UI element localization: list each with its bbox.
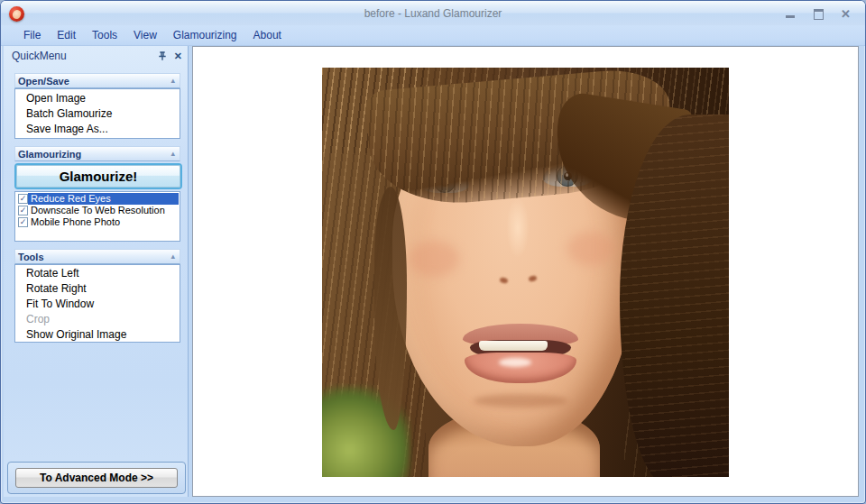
advanced-mode-panel: To Advanced Mode >> [7, 462, 186, 494]
glamourize-button[interactable]: Glamourize! [16, 165, 180, 188]
title-bar: before - Luxand Glamourizer ✕ [1, 1, 865, 25]
quickmenu-panel: QuickMenu ✕ Open/Save ▴ Open Image Batch… [4, 46, 189, 497]
menu-about[interactable]: About [245, 27, 290, 43]
photo-hair-strand [374, 187, 407, 430]
quickmenu-header: QuickMenu ✕ [4, 46, 188, 66]
photo-cheek [567, 232, 614, 266]
window-controls: ✕ [785, 9, 852, 19]
menu-bar: File Edit Tools View Glamourizing About [1, 25, 865, 46]
rotate-right-item[interactable]: Rotate Right [15, 281, 180, 297]
advanced-mode-button[interactable]: To Advanced Mode >> [15, 468, 178, 488]
fit-to-window-item[interactable]: Fit To Window [15, 297, 180, 312]
photo-lower-lip [465, 353, 576, 383]
glamourize-button-wrap: Glamourize! [14, 163, 182, 189]
app-window: before - Luxand Glamourizer ✕ File Edit … [0, 0, 866, 504]
pin-icon[interactable] [157, 50, 168, 61]
minimize-icon[interactable] [785, 9, 797, 19]
quickmenu-title: QuickMenu [12, 50, 157, 62]
photo-chin-shadow [474, 394, 567, 408]
option-reduce-red-eyes[interactable]: ✓ Reduce Red Eyes [16, 193, 179, 205]
menu-tools[interactable]: Tools [84, 27, 125, 43]
option-downscale-web[interactable]: ✓ Downscale To Web Resolution [16, 205, 179, 216]
close-icon[interactable]: ✕ [841, 9, 852, 19]
photo-cheek [409, 241, 459, 277]
rotate-left-item[interactable]: Rotate Left [15, 266, 180, 281]
checkbox-checked-icon[interactable]: ✓ [18, 206, 28, 215]
save-image-as-item[interactable]: Save Image As... [15, 122, 180, 137]
tools-box: Rotate Left Rotate Right Fit To Window C… [14, 264, 180, 343]
section-title: Glamourizing [18, 149, 170, 160]
window-title: before - Luxand Glamourizer [1, 7, 865, 20]
menu-edit[interactable]: Edit [49, 27, 84, 43]
checkbox-checked-icon[interactable]: ✓ [18, 194, 28, 204]
menu-glamourizing[interactable]: Glamourizing [165, 27, 245, 43]
chevron-up-icon[interactable]: ▴ [170, 252, 175, 261]
crop-item: Crop [15, 312, 180, 327]
maximize-icon[interactable] [813, 9, 825, 19]
image-canvas-area [192, 46, 859, 497]
photo-mouth [457, 318, 585, 389]
photo-lip-highlight [499, 358, 531, 367]
chevron-up-icon[interactable]: ▴ [170, 77, 175, 85]
menu-file[interactable]: File [15, 27, 49, 43]
menu-view[interactable]: View [125, 27, 165, 43]
section-title: Open/Save [18, 76, 170, 87]
show-original-image-item[interactable]: Show Original Image [15, 327, 180, 343]
photo-teeth [479, 341, 548, 351]
photo-portrait [322, 68, 729, 477]
section-title: Tools [18, 252, 170, 262]
open-image-item[interactable]: Open Image [15, 91, 180, 106]
section-header-tools[interactable]: Tools ▴ [14, 249, 180, 264]
chevron-up-icon[interactable]: ▴ [170, 150, 175, 158]
section-header-open-save[interactable]: Open/Save ▴ [14, 73, 180, 88]
checkbox-checked-icon[interactable]: ✓ [18, 217, 28, 227]
section-header-glamourizing[interactable]: Glamourizing ▴ [14, 146, 180, 161]
batch-glamourize-item[interactable]: Batch Glamourize [15, 106, 180, 122]
open-save-box: Open Image Batch Glamourize Save Image A… [14, 88, 180, 139]
glamourize-options-box: ✓ Reduce Red Eyes ✓ Downscale To Web Res… [14, 191, 180, 242]
option-mobile-phone-photo[interactable]: ✓ Mobile Phone Photo [16, 216, 179, 228]
panel-close-icon[interactable]: ✕ [174, 50, 182, 61]
